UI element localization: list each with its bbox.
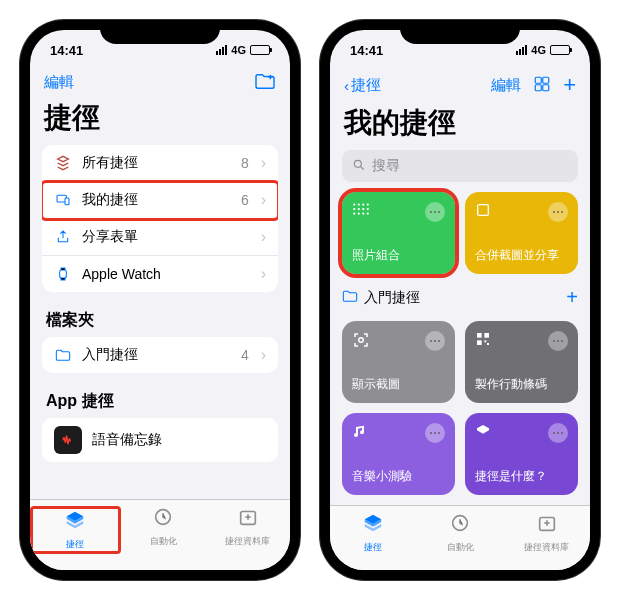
card-label: 合併截圖並分享 [475,247,568,264]
card-qrcode[interactable]: ⋯ 製作行動條碼 [465,321,578,403]
clock-icon [449,512,471,539]
card-what-is-shortcut[interactable]: ⋯ 捷徑是什麼？ [465,413,578,495]
phone-right: 14:41 4G ‹ 捷徑 編輯 + 我的捷徑 搜尋 [320,20,600,580]
svg-rect-25 [484,333,489,338]
svg-rect-2 [60,270,67,278]
svg-point-13 [367,203,369,205]
tab-shortcuts[interactable]: 捷徑 [330,512,417,554]
tab-label: 捷徑資料庫 [225,535,270,548]
row-count: 6 [241,192,249,208]
svg-point-10 [353,203,355,205]
content: 所有捷徑 8 › 我的捷徑 6 › 分享表單 › Apple Wa [30,145,290,499]
tab-automation[interactable]: 自動化 [121,506,206,554]
stack-icon [362,512,384,539]
folder-icon [342,289,358,306]
grid-view-icon[interactable] [533,75,551,96]
more-icon[interactable]: ⋯ [548,423,568,443]
svg-rect-24 [477,333,482,338]
row-apple-watch[interactable]: Apple Watch › [42,256,278,292]
tab-label: 自動化 [447,541,474,554]
tab-gallery[interactable]: 捷徑資料庫 [205,506,290,554]
svg-point-14 [353,208,355,210]
add-button[interactable]: + [563,72,576,98]
nav-bar: ‹ 捷徑 編輯 + [330,70,590,102]
svg-rect-5 [535,77,541,83]
folders-list: 入門捷徑 4 › [42,337,278,373]
app-row[interactable]: 語音備忘錄 [42,418,278,462]
svg-point-9 [354,160,361,167]
chevron-left-icon: ‹ [344,77,349,94]
row-my-shortcuts[interactable]: 我的捷徑 6 › [42,182,278,219]
chevron-icon: › [261,191,266,209]
folder-section[interactable]: 入門捷徑 + [342,284,578,311]
card-show-screenshot[interactable]: ⋯ 顯示截圖 [342,321,455,403]
gallery-icon [237,506,259,533]
app-label: 語音備忘錄 [92,431,162,449]
square-icon [475,202,491,222]
row-all-shortcuts[interactable]: 所有捷徑 8 › [42,145,278,182]
shortcuts-list: 所有捷徑 8 › 我的捷徑 6 › 分享表單 › Apple Wa [42,145,278,292]
phone-left: 14:41 4G 編輯 捷徑 所有捷徑 8 › [20,20,300,580]
back-button[interactable]: ‹ 捷徑 [344,76,381,95]
card-label: 顯示截圖 [352,376,445,393]
nav-bar: 編輯 [30,70,290,97]
tab-shortcuts[interactable]: 捷徑 [30,506,121,554]
folder-count: 4 [241,347,249,363]
more-icon[interactable]: ⋯ [548,202,568,222]
folder-label: 入門捷徑 [82,346,231,364]
page-title: 捷徑 [30,97,290,145]
svg-rect-26 [477,340,482,345]
tab-label: 捷徑 [364,541,382,554]
back-label: 捷徑 [351,76,381,95]
network-label: 4G [531,44,546,56]
svg-point-11 [358,203,360,205]
row-share-sheet[interactable]: 分享表單 › [42,219,278,256]
card-photo-combo[interactable]: ⋯ 照片組合 [342,192,455,274]
status-time: 14:41 [350,43,383,58]
search-icon [352,158,366,175]
card-music-quiz[interactable]: ⋯ 音樂小測驗 [342,413,455,495]
row-label: Apple Watch [82,266,249,282]
svg-rect-6 [543,77,549,83]
status-time: 14:41 [50,43,83,58]
svg-point-19 [358,212,360,214]
more-icon[interactable]: ⋯ [425,202,445,222]
svg-point-15 [358,208,360,210]
edit-button[interactable]: 編輯 [44,73,74,92]
folder-row[interactable]: 入門捷徑 4 › [42,337,278,373]
card-label: 製作行動條碼 [475,376,568,393]
tab-bar: 捷徑 自動化 捷徑資料庫 [330,505,590,570]
svg-point-20 [362,212,364,214]
row-label: 分享表單 [82,228,249,246]
card-row: ⋯ 照片組合 ⋯ 合併截圖並分享 [342,192,578,274]
svg-point-18 [353,212,355,214]
svg-point-23 [359,338,364,343]
status-indicators: 4G [216,44,270,56]
edit-button[interactable]: 編輯 [491,76,521,95]
tab-gallery[interactable]: 捷徑資料庫 [503,512,590,554]
row-count: 8 [241,155,249,171]
screen: 14:41 4G ‹ 捷徑 編輯 + 我的捷徑 搜尋 [330,30,590,570]
battery-icon [250,45,270,55]
chevron-icon: › [261,154,266,172]
capture-icon [352,331,370,353]
music-icon [352,423,368,443]
row-label: 我的捷徑 [82,191,231,209]
chevron-icon: › [261,265,266,283]
network-label: 4G [231,44,246,56]
new-folder-icon[interactable] [254,72,276,93]
more-icon[interactable]: ⋯ [425,423,445,443]
apps-list: 語音備忘錄 [42,418,278,462]
svg-rect-7 [535,84,541,90]
more-icon[interactable]: ⋯ [425,331,445,351]
add-icon[interactable]: + [566,286,578,309]
shortcut-icon [54,154,72,172]
nav-actions: 編輯 + [491,72,576,98]
svg-rect-28 [487,343,489,345]
more-icon[interactable]: ⋯ [548,331,568,351]
shortcuts-grid: ⋯ 照片組合 ⋯ 合併截圖並分享 入門捷徑 + [330,192,590,495]
battery-icon [550,45,570,55]
tab-automation[interactable]: 自動化 [417,512,504,554]
card-merge-screenshot[interactable]: ⋯ 合併截圖並分享 [465,192,578,274]
search-input[interactable]: 搜尋 [342,150,578,182]
